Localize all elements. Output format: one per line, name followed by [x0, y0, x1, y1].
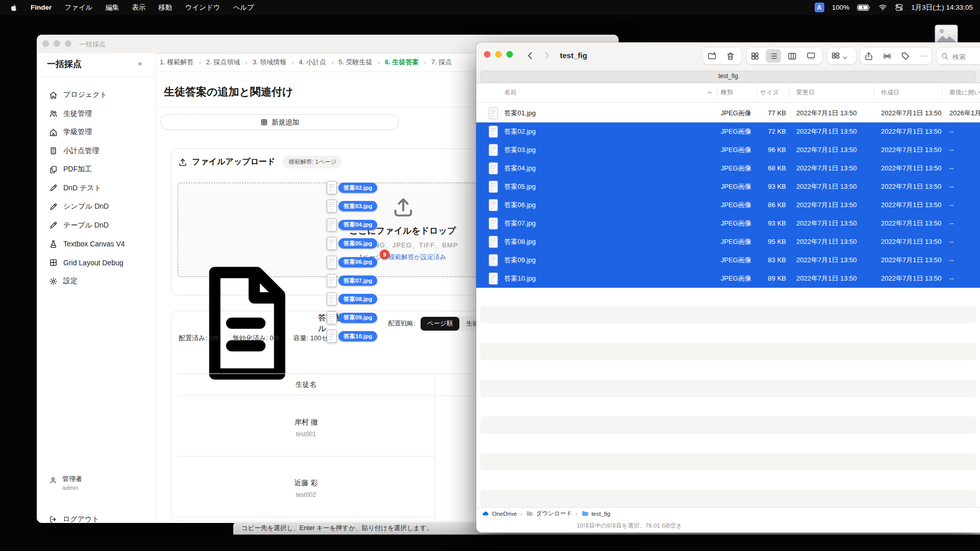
path-item[interactable]: test_fig ›	[581, 510, 610, 517]
view-columns-icon[interactable]	[788, 52, 797, 61]
breadcrumb-item[interactable]: 6. 生徒答案 ›	[385, 58, 431, 67]
sidebar-item[interactable]: PDF加工	[37, 160, 155, 179]
upload-section-title: ファイルアップロード	[192, 157, 275, 167]
airdrop-icon[interactable]	[883, 52, 892, 61]
logout-button[interactable]: ログアウト	[49, 515, 100, 523]
menu-item[interactable]: 表示	[132, 3, 146, 12]
file-row[interactable]: 答案06.jpg JPEG画像 86 KB 2022年7月1日 13:50 20…	[476, 196, 980, 214]
sidebar-item[interactable]: シンプル DnD	[37, 197, 155, 216]
menu-item[interactable]: ファイル	[64, 3, 92, 12]
close-button[interactable]	[484, 51, 491, 58]
zoom-button[interactable]	[65, 40, 71, 47]
apple-icon[interactable]	[10, 3, 18, 12]
menu-clock[interactable]: 1月3日(土) 14:33:05	[911, 3, 973, 12]
menu-item[interactable]: 編集	[106, 3, 119, 12]
breadcrumb-item[interactable]: 5. 受験生徒 ›	[338, 58, 385, 67]
dragged-file[interactable]: 答案02.jpg	[327, 181, 377, 194]
input-source-icon[interactable]: A	[815, 3, 824, 12]
file-row[interactable]: 答案07.jpg JPEG画像 93 KB 2022年7月1日 13:50 20…	[476, 214, 980, 233]
trash-icon[interactable]	[726, 52, 735, 61]
breadcrumb-item[interactable]: 1. 模範解答 ›	[160, 58, 206, 67]
dragged-file[interactable]: 答案05.jpg	[327, 237, 377, 250]
back-icon[interactable]	[525, 51, 535, 61]
breadcrumb-separator: ›	[291, 59, 293, 66]
dragged-file[interactable]: 答案08.jpg	[327, 292, 377, 306]
breadcrumb-item[interactable]: 2. 採点領域 ›	[206, 58, 253, 67]
strategy-option[interactable]: ページ順	[421, 317, 460, 331]
finder-window: test_fig 検索 test_fig 名	[476, 42, 980, 533]
group-by-icon[interactable]	[831, 52, 840, 61]
dragged-file[interactable]: 答案09.jpg	[327, 311, 377, 324]
column-header-modified[interactable]: 変更日	[796, 88, 815, 97]
zoom-button[interactable]	[506, 51, 513, 58]
sidebar-item[interactable]: DnD テスト	[37, 179, 155, 198]
path-item[interactable]: OneDrive ›	[482, 510, 526, 517]
dragged-file[interactable]: 答案07.jpg	[327, 274, 377, 287]
view-gallery-icon[interactable]	[806, 52, 816, 61]
file-row[interactable]: 答案10.jpg JPEG画像 89 KB 2022年7月1日 13:50 20…	[476, 269, 980, 288]
column-header-created[interactable]: 作成日	[881, 88, 899, 97]
tag-icon[interactable]	[901, 52, 910, 61]
minimize-button[interactable]	[495, 51, 502, 58]
path-label: test_fig	[592, 511, 610, 517]
sidebar-collapse-icon[interactable]: «	[138, 59, 142, 67]
sidebar-item[interactable]: 小計点管理	[37, 142, 155, 161]
dragged-file[interactable]: 答案10.jpg	[327, 330, 377, 343]
menu-item[interactable]: 移動	[159, 3, 173, 12]
add-new-button[interactable]: 新規追加	[161, 114, 399, 130]
menu-app-name[interactable]: Finder	[31, 4, 52, 11]
breadcrumb-item[interactable]: 7. 採点 ›	[431, 58, 452, 67]
forward-icon[interactable]	[542, 51, 552, 61]
pencil-icon	[49, 203, 58, 211]
sidebar-item[interactable]: Grid Layout Debug	[37, 254, 155, 272]
file-row[interactable]: 答案01.jpg JPEG画像 77 KB 2022年7月1日 13:50 20…	[476, 104, 980, 122]
more-icon[interactable]	[919, 52, 928, 61]
view-grid-icon[interactable]	[750, 52, 760, 61]
column-header-kind[interactable]: 種類	[721, 88, 733, 97]
control-center-icon[interactable]	[895, 3, 903, 12]
chevron-down-icon[interactable]	[842, 53, 848, 62]
file-row[interactable]: 答案05.jpg JPEG画像 93 KB 2022年7月1日 13:50 20…	[476, 178, 980, 196]
new-folder-icon[interactable]	[707, 52, 717, 61]
close-button[interactable]	[42, 40, 49, 47]
column-header-name[interactable]: 名前	[504, 88, 517, 97]
sidebar-item[interactable]: 設定	[37, 272, 155, 291]
student-row[interactable]: 近藤 彩 test002	[178, 456, 434, 517]
file-created: 2022年7月1日 13:50	[881, 159, 942, 178]
wifi-icon[interactable]	[878, 3, 887, 12]
file-row[interactable]: 答案04.jpg JPEG画像 68 KB 2022年7月1日 13:50 20…	[476, 159, 980, 178]
battery-icon[interactable]	[857, 4, 871, 11]
info-icon[interactable]	[263, 88, 272, 96]
divider	[37, 77, 155, 77]
file-size: 89 KB	[742, 269, 786, 288]
sidebar-item[interactable]: 生徒管理	[37, 105, 155, 123]
column-header-size[interactable]: サイズ	[760, 88, 779, 97]
dragged-file[interactable]: 答案06.jpg	[327, 256, 377, 269]
sidebar-item[interactable]: テーブル DnD	[37, 216, 155, 235]
sidebar-item[interactable]: プロジェクト	[37, 86, 155, 105]
minimize-button[interactable]	[54, 40, 60, 47]
menu-item[interactable]: ウインドウ	[185, 3, 220, 12]
finder-toolbar[interactable]: test_fig 検索	[476, 42, 980, 70]
model-answer-badge: 模範解答: 1ページ	[283, 156, 342, 168]
sort-ascending-icon	[706, 89, 713, 96]
view-list-icon[interactable]	[769, 52, 778, 61]
breadcrumb-item[interactable]: 3. 領域情報 ›	[253, 58, 299, 67]
path-item[interactable]: ダウンロード ›	[526, 510, 581, 517]
file-row[interactable]: 答案02.jpg JPEG画像 72 KB 2022年7月1日 13:50 20…	[476, 122, 980, 141]
breadcrumb-item[interactable]: 4. 小計点 ›	[299, 58, 338, 67]
finder-tab[interactable]: test_fig	[480, 71, 976, 82]
menu-item[interactable]: ヘルプ	[233, 3, 254, 12]
column-header-last-opened[interactable]: 最後に開いた日	[949, 88, 980, 97]
file-row[interactable]: 答案03.jpg JPEG画像 96 KB 2022年7月1日 13:50 20…	[476, 141, 980, 159]
student-row[interactable]: 岸村 徹 test001	[178, 395, 434, 457]
desktop-image-file-icon[interactable]	[935, 24, 958, 45]
sidebar-item[interactable]: Textbox Canvas V4	[37, 235, 155, 254]
sidebar-item-label: PDF加工	[63, 165, 92, 174]
file-row[interactable]: 答案08.jpg JPEG画像 95 KB 2022年7月1日 13:50 20…	[476, 233, 980, 251]
sidebar-item[interactable]: 学級管理	[37, 123, 155, 142]
file-row[interactable]: 答案09.jpg JPEG画像 83 KB 2022年7月1日 13:50 20…	[476, 251, 980, 269]
dragged-file[interactable]: 答案03.jpg	[327, 199, 377, 213]
dragged-file[interactable]: 答案04.jpg	[327, 218, 377, 232]
share-icon[interactable]	[864, 52, 873, 61]
